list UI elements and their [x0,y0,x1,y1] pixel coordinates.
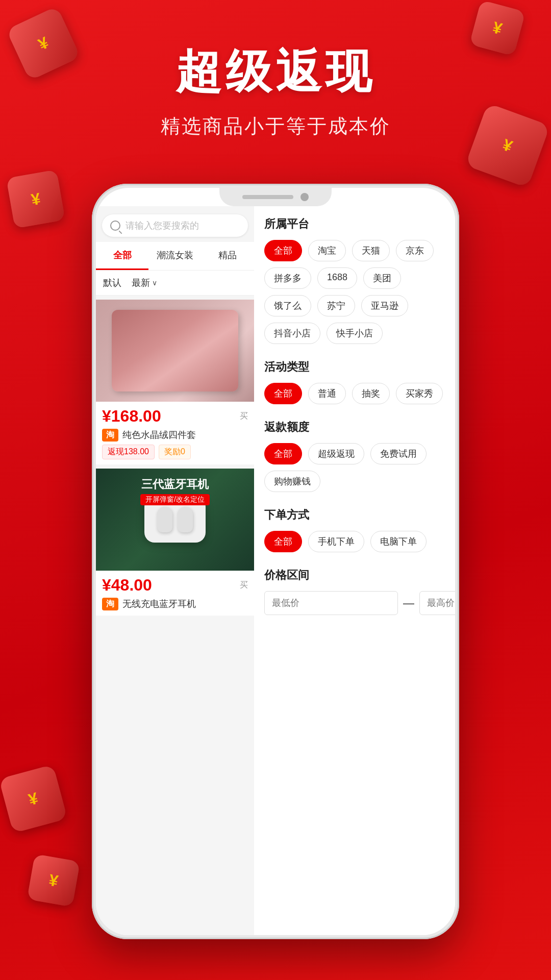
earbuds-banner: 三代蓝牙耳机 开屏弹窗/改名定位 [96,477,254,505]
product-buy-bedding[interactable]: 买 [240,411,248,422]
platform-tag-taobao: 淘 [102,429,118,442]
cashback-earn[interactable]: 购物赚钱 [264,471,320,492]
search-bar[interactable]: 请输入您要搜索的 [102,214,248,237]
cashback-super[interactable]: 超级返现 [308,443,364,464]
earbud-right [178,507,193,532]
filter-activity-section: 活动类型 全部 普通 抽奖 买家秀 [264,359,445,404]
platform-amazon[interactable]: 亚马逊 [361,295,408,316]
price-separator: — [398,597,419,610]
filter-platform-title: 所属平台 [264,216,445,232]
product-name-earbuds: 无线充电蓝牙耳机 [122,598,248,610]
notch-bar [242,195,293,199]
price-min-input[interactable] [264,591,398,615]
earbuds-banner-title: 三代蓝牙耳机 [96,477,254,492]
product-card-bedding[interactable]: ¥168.00 买 淘 纯色水晶绒四件套 返现138.00 奖励0 [96,300,254,464]
hero-subtitle: 精选商品小于等于成本价 [0,113,551,139]
category-tabs: 全部 潮流女装 精品 [96,242,254,271]
product-name-bedding: 纯色水晶绒四件套 [122,429,248,441]
activity-normal[interactable]: 普通 [308,383,346,404]
filter-order-title: 下单方式 [264,507,445,523]
product-card-earbuds[interactable]: 三代蓝牙耳机 开屏弹窗/改名定位 ¥48.00 买 [96,469,254,616]
cashback-tag: 返现138.00 [102,445,155,459]
earbuds-image: 三代蓝牙耳机 开屏弹窗/改名定位 [96,469,254,571]
product-tags-earbuds: 淘 无线充电蓝牙耳机 [102,598,248,610]
sort-arrow-icon: ∨ [152,279,157,287]
yen-icon-2: ¥ [491,18,505,38]
tab-fashion[interactable]: 潮流女装 [148,242,201,270]
platform-1688[interactable]: 1688 [317,267,357,289]
search-icon [110,220,120,231]
phone-notch [219,188,332,206]
filter-cashback-tags: 全部 超级返现 免费试用 购物赚钱 [264,443,445,492]
filter-price-section: 价格区间 — [264,568,445,615]
filter-platform-section: 所属平台 全部 淘宝 天猫 京东 拼多多 1688 美团 饿了么 苏宁 亚马逊 … [264,216,445,344]
search-placeholder[interactable]: 请输入您要搜索的 [126,219,240,232]
filter-price-title: 价格区间 [264,568,445,583]
product-buy-earbuds[interactable]: 买 [240,580,248,591]
platform-douyin[interactable]: 抖音小店 [264,323,320,344]
reward-tag: 奖励0 [159,445,191,459]
tab-all[interactable]: 全部 [96,242,148,270]
platform-suning[interactable]: 苏宁 [317,295,355,316]
filter-platform-tags: 全部 淘宝 天猫 京东 拼多多 1688 美团 饿了么 苏宁 亚马逊 抖音小店 … [264,240,445,344]
platform-taobao[interactable]: 淘宝 [308,240,346,261]
product-cashback-tags: 返现138.00 奖励0 [102,445,248,459]
product-image-bedding [96,300,254,402]
price-max-input[interactable] [419,591,455,615]
decoration-5: ¥ [0,765,67,834]
filter-activity-tags: 全部 普通 抽奖 买家秀 [264,383,445,404]
platform-all[interactable]: 全部 [264,240,302,261]
earbud-left [157,507,172,532]
yen-icon-5: ¥ [27,789,40,809]
platform-tianmao[interactable]: 天猫 [352,240,390,261]
notch-camera [300,193,309,201]
platform-kuaishou[interactable]: 快手小店 [327,323,383,344]
activity-buyer-show[interactable]: 买家秀 [396,383,443,404]
product-info-bedding: ¥168.00 买 淘 纯色水晶绒四件套 返现138.00 奖励0 [96,402,254,464]
sort-latest[interactable]: 最新 ∨ [132,277,157,289]
bedding-visual [112,310,238,391]
product-price-earbuds: ¥48.00 [102,576,152,594]
yen-icon-4: ¥ [30,189,42,209]
sort-default[interactable]: 默认 [103,277,121,289]
cashback-free-trial[interactable]: 免费试用 [370,443,427,464]
phone-inner: 请输入您要搜索的 全部 潮流女装 精品 默认 最新 ∨ [96,188,455,935]
filter-order-tags: 全部 手机下单 电脑下单 [264,531,445,552]
order-mobile[interactable]: 手机下单 [308,531,364,552]
product-info-earbuds: ¥48.00 买 淘 无线充电蓝牙耳机 [96,571,254,616]
decoration-4: ¥ [6,169,65,229]
activity-all[interactable]: 全部 [264,383,302,404]
filter-order-section: 下单方式 全部 手机下单 电脑下单 [264,507,445,552]
yen-icon-6: ¥ [47,870,60,891]
platform-meituan[interactable]: 美团 [363,267,401,289]
cashback-all[interactable]: 全部 [264,443,302,464]
order-all[interactable]: 全部 [264,531,302,552]
product-image-earbuds: 三代蓝牙耳机 开屏弹窗/改名定位 [96,469,254,571]
activity-lottery[interactable]: 抽奖 [352,383,390,404]
right-panel: 所属平台 全部 淘宝 天猫 京东 拼多多 1688 美团 饿了么 苏宁 亚马逊 … [254,206,455,935]
platform-pinduoduo[interactable]: 拼多多 [264,267,311,289]
hero-title: 超级返现 [0,41,551,103]
tab-premium[interactable]: 精品 [202,242,254,270]
platform-tag-taobao-earbuds: 淘 [102,598,118,610]
filter-cashback-title: 返款额度 [264,420,445,435]
platform-eleme[interactable]: 饿了么 [264,295,311,316]
product-tags-bedding: 淘 纯色水晶绒四件套 [102,429,248,442]
product-price-bedding: ¥168.00 [102,407,161,425]
bedding-image [96,300,254,402]
left-panel: 请输入您要搜索的 全部 潮流女装 精品 默认 最新 ∨ [96,206,254,935]
order-pc[interactable]: 电脑下单 [370,531,427,552]
price-range: — [264,591,445,615]
earbuds-banner-sub: 开屏弹窗/改名定位 [140,494,210,505]
filter-activity-title: 活动类型 [264,359,445,375]
phone-mockup: 请输入您要搜索的 全部 潮流女装 精品 默认 最新 ∨ [92,184,459,939]
decoration-6: ¥ [27,854,80,907]
sort-row: 默认 最新 ∨ [96,271,254,296]
platform-jingdong[interactable]: 京东 [396,240,434,261]
filter-cashback-section: 返款额度 全部 超级返现 免费试用 购物赚钱 [264,420,445,492]
hero-section: 超级返现 精选商品小于等于成本价 [0,41,551,139]
screen-content: 请输入您要搜索的 全部 潮流女装 精品 默认 最新 ∨ [96,206,455,935]
